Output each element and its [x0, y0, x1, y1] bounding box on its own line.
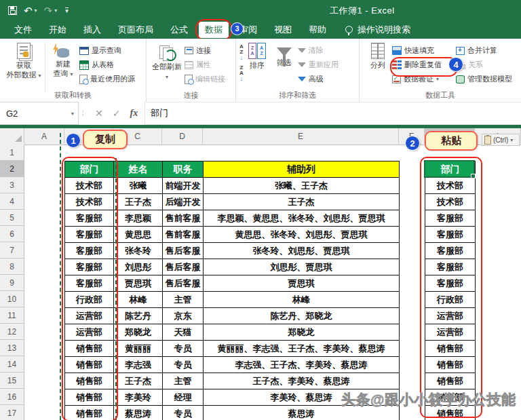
get-external-data-button[interactable]: 获取外部数据 ▾	[4, 39, 43, 92]
cell-g4[interactable]: 技术部	[425, 194, 476, 210]
tab-视图[interactable]: 视图	[268, 22, 298, 38]
cell-g5[interactable]: 客服部	[425, 210, 476, 227]
cell-g11[interactable]: 运营部	[425, 308, 476, 324]
column-header-A[interactable]: A	[24, 128, 64, 144]
cell-d9[interactable]: 售后客服	[163, 275, 204, 292]
cell-d10[interactable]: 主管	[163, 292, 204, 308]
cell-c6[interactable]: 黄思思	[114, 227, 163, 243]
cell-c15[interactable]: 王子杰	[114, 373, 163, 389]
cell-g13[interactable]: 销售部	[425, 341, 476, 357]
filter-button[interactable]: 筛选	[271, 39, 298, 92]
cell-e15[interactable]: 王子杰、李美玲、蔡思涛	[204, 373, 400, 389]
cell-c12[interactable]: 郑晓龙	[114, 324, 163, 341]
refresh-all-button[interactable]: 全部刷新▾	[149, 39, 185, 92]
name-box-dropdown-icon[interactable]: ▾	[71, 111, 74, 117]
cell-b10[interactable]: 行政部	[65, 292, 114, 308]
cell-d17[interactable]: 专员	[163, 406, 204, 420]
row-header-1[interactable]: 1	[0, 145, 24, 161]
customize-qat-icon[interactable]: ▾	[65, 7, 69, 14]
cell-d8[interactable]: 售后客服	[163, 259, 204, 275]
cell-b3[interactable]: 技术部	[65, 178, 114, 194]
formula-input[interactable]: 部门	[145, 102, 521, 125]
name-box[interactable]: G2 ▾	[0, 102, 79, 125]
cell-b17[interactable]: 销售部	[65, 406, 114, 420]
cell-b13[interactable]: 销售部	[65, 341, 114, 357]
row-header-6[interactable]: 6	[0, 226, 24, 242]
enter-icon[interactable]: ✓	[113, 108, 121, 119]
row-header-14[interactable]: 14	[0, 356, 24, 373]
from-table-button[interactable]: 从表格	[79, 58, 135, 71]
cell-b7[interactable]: 客服部	[65, 243, 114, 259]
tab-数据[interactable]: 数据	[199, 22, 229, 38]
cell-b15[interactable]: 销售部	[65, 373, 114, 389]
cell-g12[interactable]: 运营部	[425, 324, 476, 341]
row-header-12[interactable]: 12	[0, 324, 24, 340]
cell-c11[interactable]: 陈艺丹	[114, 308, 163, 324]
cell-d15[interactable]: 主管	[163, 373, 204, 389]
row-header-5[interactable]: 5	[0, 210, 24, 226]
cell-d5[interactable]: 售前客服	[163, 210, 204, 227]
sort-button[interactable]: ZAAZ 排序	[244, 39, 271, 92]
cell-b9[interactable]: 客服部	[65, 275, 114, 292]
row-header-15[interactable]: 15	[0, 373, 24, 389]
row-header-3[interactable]: 3	[0, 177, 24, 193]
cell-b6[interactable]: 客服部	[65, 227, 114, 243]
row-header-4[interactable]: 4	[0, 193, 24, 210]
cell-e7[interactable]: 张冬玲、刘思彤、贾思琪	[204, 243, 400, 259]
cell-c13[interactable]: 黄丽丽	[114, 341, 163, 357]
header-cell-b[interactable]: 部门	[65, 161, 114, 178]
cell-g9[interactable]: 客服部	[425, 275, 476, 292]
cell-g3[interactable]: 技术部	[425, 178, 476, 194]
header-cell-c[interactable]: 姓名	[114, 161, 163, 178]
cell-e3[interactable]: 张曦、王子杰	[204, 178, 400, 194]
cancel-icon[interactable]: ✕	[95, 108, 103, 119]
tell-me-search[interactable]: 操作说明搜索	[345, 24, 410, 36]
connections-button[interactable]: 连接	[185, 44, 225, 57]
cell-e10[interactable]: 林峰	[204, 292, 400, 308]
tab-文件[interactable]: 文件	[8, 22, 38, 38]
paste-options-button[interactable]: (Ctrl) ▾	[482, 134, 520, 146]
data-validation-button[interactable]: 数据验证 ▾	[392, 73, 456, 85]
column-header-E[interactable]: E	[203, 128, 399, 144]
cell-c17[interactable]: 蔡思涛	[114, 406, 163, 420]
cell-c4[interactable]: 王子杰	[114, 194, 163, 210]
text-to-columns-button[interactable]: 分列	[364, 39, 392, 92]
cell-e4[interactable]: 王子杰	[204, 194, 400, 210]
select-all-corner[interactable]	[0, 128, 24, 144]
cell-b12[interactable]: 运营部	[65, 324, 114, 341]
tab-帮助[interactable]: 帮助	[303, 22, 332, 38]
tab-页面布局[interactable]: 页面布局	[112, 22, 159, 38]
row-header-2[interactable]: 2	[0, 161, 24, 177]
cell-d14[interactable]: 专员	[163, 357, 204, 373]
cell-c3[interactable]: 张曦	[114, 178, 163, 194]
cell-d7[interactable]: 售后客服	[163, 243, 204, 259]
row-header-16[interactable]: 16	[0, 389, 24, 405]
cell-e14[interactable]: 李志强、王子杰、李美玲、蔡思涛	[204, 357, 400, 373]
cell-g6[interactable]: 客服部	[425, 227, 476, 243]
undo-icon[interactable]: ↶	[24, 5, 33, 16]
row-header-8[interactable]: 8	[0, 259, 24, 275]
row-header-10[interactable]: 10	[0, 291, 24, 307]
cell-e13[interactable]: 黄丽丽、李志强、王子杰、李美玲、蔡思涛	[204, 341, 400, 357]
cell-c7[interactable]: 张冬玲	[114, 243, 163, 259]
row-header-7[interactable]: 7	[0, 242, 24, 259]
remove-duplicates-button[interactable]: 删除重复值	[392, 58, 456, 71]
cell-g15[interactable]: 销售部	[425, 373, 476, 389]
cell-c5[interactable]: 李思颖	[114, 210, 163, 227]
cell-e6[interactable]: 黄思思、张冬玲、刘思彤、贾思琪	[204, 227, 400, 243]
row-header-11[interactable]: 11	[0, 307, 24, 324]
cell-e8[interactable]: 刘思彤、贾思琪	[204, 259, 400, 275]
cell-e5[interactable]: 李思颖、黄思思、张冬玲、刘思彤、贾思琪	[204, 210, 400, 227]
cell-d12[interactable]: 天猫	[163, 324, 204, 341]
formula-bar-handle[interactable]: ⁞	[79, 102, 88, 125]
cell-g7[interactable]: 客服部	[425, 243, 476, 259]
header-cell-d[interactable]: 职务	[163, 161, 204, 178]
cell-d4[interactable]: 后端开发	[163, 194, 204, 210]
row-header-13[interactable]: 13	[0, 340, 24, 356]
header-cell-e[interactable]: 辅助列	[204, 161, 400, 178]
tab-插入[interactable]: 插入	[77, 22, 107, 38]
cell-c9[interactable]: 贾思琪	[114, 275, 163, 292]
cell-b8[interactable]: 客服部	[65, 259, 114, 275]
manage-data-model-button[interactable]: 管理数据模型	[456, 73, 512, 85]
cell-d11[interactable]: 京东	[163, 308, 204, 324]
